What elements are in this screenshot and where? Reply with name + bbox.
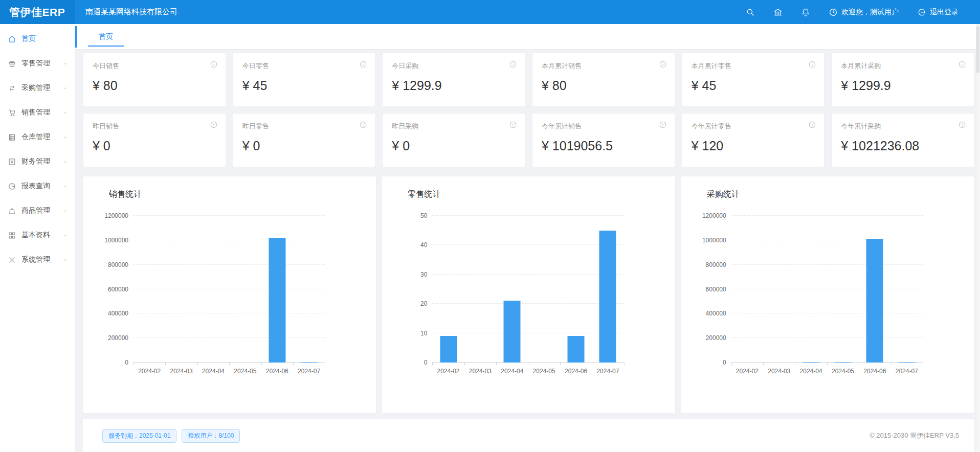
info-icon xyxy=(359,60,367,69)
company-name: 南通某某网络科技有限公司 xyxy=(85,7,177,17)
sidebar-item-6[interactable]: 报表查询 xyxy=(0,174,75,198)
info-icon[interactable] xyxy=(359,60,367,69)
logout-button[interactable]: 退出登录 xyxy=(917,8,959,17)
stat-card: 昨日采购¥ 0 xyxy=(382,113,525,167)
chart-plot: 010203040502024-022024-032024-042024-052… xyxy=(432,216,623,363)
stat-value: ¥ 120 xyxy=(692,139,815,153)
stat-value: ¥ 45 xyxy=(242,78,366,93)
bar-2024-06 xyxy=(269,238,285,363)
header-actions: 欢迎您，测试用户退出登录 xyxy=(746,8,980,17)
info-icon xyxy=(509,121,517,129)
info-icon xyxy=(958,60,966,69)
gridline xyxy=(133,215,325,216)
gridline xyxy=(731,313,923,313)
search-icon xyxy=(746,8,755,17)
info-icon[interactable] xyxy=(958,60,966,69)
info-icon[interactable] xyxy=(958,121,966,129)
search-button[interactable] xyxy=(746,8,755,17)
y-axis-label: 200000 xyxy=(108,334,128,342)
service-expiry-badge: 服务到期：2025-01-01 xyxy=(102,429,176,443)
page-scrollbar[interactable] xyxy=(976,24,980,452)
x-axis-tick xyxy=(891,363,892,365)
bar-2024-07 xyxy=(898,362,915,363)
y-axis-label: 800000 xyxy=(108,261,128,268)
sidebar-item-8[interactable]: 基本资料 xyxy=(0,223,75,247)
chart-title: 采购统计 xyxy=(707,189,740,200)
sidebar-item-3[interactable]: 销售管理 xyxy=(0,100,75,125)
y-axis-label: 1000000 xyxy=(702,237,726,244)
x-axis-label: 2024-06 xyxy=(565,368,587,375)
x-axis-label: 2024-05 xyxy=(832,368,854,375)
clock-icon xyxy=(829,8,838,17)
chart-card-1: 零售统计010203040502024-022024-032024-042024… xyxy=(382,176,675,414)
info-icon[interactable] xyxy=(659,121,667,129)
info-icon[interactable] xyxy=(210,60,218,69)
stat-card: 昨日零售¥ 0 xyxy=(233,113,376,167)
gridline xyxy=(133,313,325,313)
x-axis-tick xyxy=(261,363,262,365)
info-icon xyxy=(659,60,667,69)
info-icon[interactable] xyxy=(808,121,816,129)
org-button[interactable] xyxy=(773,8,783,17)
sidebar-item-1[interactable]: 零售管理 xyxy=(0,51,75,76)
x-axis-tick xyxy=(229,363,230,365)
bar-2024-06 xyxy=(568,336,585,363)
chevron-down-icon xyxy=(62,257,68,263)
y-axis-label: 40 xyxy=(420,241,427,248)
x-axis-label: 2024-04 xyxy=(202,368,225,375)
stat-value: ¥ 1021236.08 xyxy=(841,139,965,153)
welcome-user[interactable]: 欢迎您，测试用户 xyxy=(829,8,899,17)
info-icon[interactable] xyxy=(808,60,816,69)
x-axis-label: 2024-03 xyxy=(170,368,193,375)
stat-value: ¥ 1299.9 xyxy=(392,78,516,93)
gridline xyxy=(731,264,923,265)
x-axis-label: 2024-04 xyxy=(501,368,523,375)
bar-2024-02 xyxy=(440,336,457,363)
sidebar-item-5[interactable]: 财务管理 xyxy=(0,149,75,174)
stat-label: 本月累计采购 xyxy=(841,61,965,71)
stat-card: 今日采购¥ 1299.9 xyxy=(382,53,525,107)
info-icon[interactable] xyxy=(210,121,218,129)
x-axis-tick xyxy=(325,363,325,365)
x-axis-label: 2024-07 xyxy=(298,368,320,375)
stat-value: ¥ 0 xyxy=(242,139,366,153)
sidebar-item-2[interactable]: 采购管理 xyxy=(0,76,75,100)
notification-button[interactable] xyxy=(801,8,810,17)
chart-title: 零售统计 xyxy=(408,189,440,200)
stat-card: 本月累计采购¥ 1299.9 xyxy=(831,53,974,107)
report-pie-icon xyxy=(8,182,16,191)
x-axis-tick xyxy=(827,363,828,365)
sidebar-item-4[interactable]: 仓库管理 xyxy=(0,125,75,149)
y-axis-label: 1200000 xyxy=(702,212,726,219)
info-icon[interactable] xyxy=(659,60,667,69)
x-axis-label: 2024-03 xyxy=(768,368,790,375)
sidebar-item-9[interactable]: 系统管理 xyxy=(0,247,75,272)
info-icon[interactable] xyxy=(509,121,517,129)
stat-label: 本月累计零售 xyxy=(692,61,815,71)
sidebar-item-7[interactable]: 商品管理 xyxy=(0,198,75,223)
tab-home[interactable]: 首页 xyxy=(88,28,124,47)
retail-icon xyxy=(8,59,16,68)
app-logo[interactable]: 管伊佳ERP xyxy=(0,0,75,24)
info-icon[interactable] xyxy=(359,121,367,129)
info-icon[interactable] xyxy=(509,60,517,69)
x-axis-label: 2024-04 xyxy=(800,368,822,375)
y-axis-label: 10 xyxy=(420,330,427,337)
x-axis-label: 2024-07 xyxy=(596,368,619,375)
gridline xyxy=(133,240,325,240)
bar-2024-06 xyxy=(866,239,883,363)
page-footer: 服务到期：2025-01-01 授权用户：8/100 © 2015-2030 管… xyxy=(83,419,974,452)
bar-2024-04 xyxy=(504,301,521,363)
y-axis-label: 20 xyxy=(420,300,427,307)
stat-value: ¥ 1019056.5 xyxy=(542,139,665,153)
top-header: 管伊佳ERP 南通某某网络科技有限公司 欢迎您，测试用户退出登录 xyxy=(0,0,980,24)
stat-label: 昨日零售 xyxy=(242,122,366,131)
stat-label: 本月累计销售 xyxy=(542,61,665,71)
stat-card: 昨日销售¥ 0 xyxy=(83,113,226,167)
scrollbar-thumb[interactable] xyxy=(976,26,979,73)
gridline xyxy=(731,240,923,240)
gridline xyxy=(432,215,623,216)
y-axis-label: 0 xyxy=(125,359,128,366)
main-layout: 首页零售管理采购管理销售管理仓库管理财务管理报表查询商品管理基本资料系统管理 首… xyxy=(0,24,980,452)
sidebar-item-0[interactable]: 首页 xyxy=(0,27,75,51)
